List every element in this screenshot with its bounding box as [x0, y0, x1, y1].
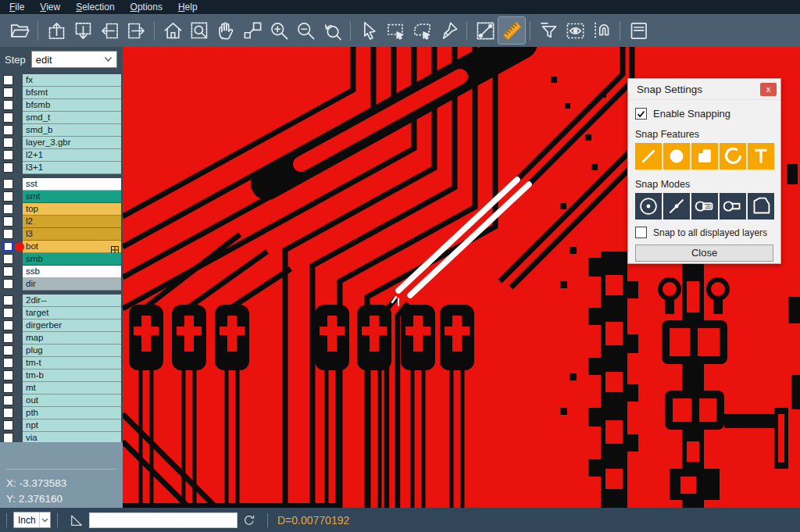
layer-row[interactable]: out — [0, 395, 123, 407]
layer-name[interactable]: l3 — [23, 228, 121, 241]
layer-name[interactable]: dirgerber — [23, 320, 121, 332]
layer-name[interactable]: l3+1 — [23, 162, 121, 174]
command-input[interactable] — [89, 512, 238, 528]
layer-name[interactable]: smt — [23, 191, 121, 203]
layer-name[interactable]: target — [23, 307, 121, 320]
layer-row[interactable]: top — [0, 203, 123, 216]
menu-item[interactable]: Options — [123, 0, 170, 14]
snap-arc-button[interactable] — [720, 143, 746, 170]
layer-name[interactable]: l2+1 — [23, 149, 121, 162]
measure-line-icon[interactable] — [472, 17, 498, 44]
layer-checkbox[interactable] — [3, 125, 13, 135]
layer-name[interactable]: pth — [23, 407, 121, 420]
snap-on-feature-button[interactable] — [663, 193, 690, 220]
layer-row[interactable]: bfsmb — [0, 99, 123, 112]
layer-name[interactable]: smb — [23, 253, 121, 266]
unit-select[interactable]: Inch — [13, 512, 51, 528]
layer-checkbox[interactable] — [3, 333, 13, 343]
layer-row[interactable]: 2dir-- — [0, 295, 123, 307]
layer-row[interactable]: l3 — [0, 228, 123, 241]
layer-row[interactable]: dir — [0, 278, 123, 291]
snap-contour-button[interactable] — [748, 193, 774, 220]
home-view-icon[interactable] — [159, 17, 186, 44]
brush-icon[interactable] — [435, 17, 462, 44]
layer-name[interactable]: top — [23, 203, 121, 216]
layer-row[interactable]: l3+1 — [0, 162, 123, 174]
layer-checkbox[interactable] — [3, 370, 13, 380]
layer-name[interactable]: npt — [23, 420, 121, 432]
menu-item[interactable]: Selection — [68, 0, 122, 14]
layer-checkbox[interactable] — [3, 100, 13, 110]
layer-checkbox[interactable] — [3, 137, 13, 148]
open-folder-icon[interactable] — [6, 17, 33, 44]
layer-row[interactable]: sst — [0, 178, 123, 191]
layer-row[interactable]: plug — [0, 345, 123, 357]
layer-row[interactable]: smd_t — [0, 112, 123, 124]
enable-snapping-checkbox[interactable] — [635, 108, 647, 120]
layer-row[interactable]: target — [0, 307, 123, 320]
report-form-icon[interactable] — [625, 17, 652, 44]
layer-name[interactable]: bot — [23, 241, 121, 253]
menu-item[interactable]: View — [32, 0, 68, 14]
layer-checkbox[interactable] — [3, 345, 13, 355]
layer-checkbox[interactable] — [3, 266, 13, 277]
layer-row[interactable]: bfsmt — [0, 87, 123, 99]
layer-row[interactable]: l2 — [0, 216, 123, 228]
layer-row[interactable]: pth — [0, 407, 123, 420]
zoom-in-icon[interactable] — [266, 17, 292, 44]
layer-checkbox[interactable] — [3, 383, 13, 393]
snap-surface-button[interactable] — [691, 143, 718, 170]
send-bottom-icon[interactable] — [70, 17, 96, 44]
dialog-titlebar[interactable]: Snap Settings x — [628, 79, 780, 100]
layer-row[interactable]: fx — [0, 74, 123, 87]
layer-checkbox[interactable] — [3, 75, 13, 85]
layer-name[interactable]: bfsmb — [23, 99, 121, 112]
step-select[interactable]: edit — [31, 51, 117, 68]
zoom-window-icon[interactable] — [186, 17, 212, 44]
select-rectangle-icon[interactable] — [382, 17, 409, 44]
menu-item[interactable]: File — [2, 0, 32, 14]
snap-pad-button[interactable] — [663, 143, 690, 170]
layer-name[interactable]: sst — [23, 178, 121, 191]
close-icon[interactable]: x — [760, 83, 777, 96]
layer-row[interactable]: mt — [0, 382, 123, 395]
snap-slot-outline-button[interactable] — [720, 193, 746, 220]
layer-checkbox[interactable] — [3, 87, 13, 98]
zoom-out-icon[interactable] — [292, 17, 319, 44]
filter-icon[interactable] — [535, 17, 562, 44]
send-right-icon[interactable] — [123, 17, 149, 44]
layer-checkbox[interactable] — [3, 320, 13, 330]
layer-checkbox[interactable] — [3, 150, 13, 160]
view-region-icon[interactable] — [562, 17, 588, 44]
layer-row[interactable]: map — [0, 332, 123, 345]
angle-snap-icon[interactable] — [69, 512, 84, 528]
menu-item[interactable]: Help — [170, 0, 205, 14]
layer-checkbox[interactable] — [3, 279, 13, 289]
layer-checkbox[interactable] — [3, 408, 13, 418]
snap-magnet-icon[interactable] — [588, 17, 615, 44]
zoom-previous-icon[interactable] — [319, 17, 345, 44]
enable-snapping-row[interactable]: Enable Snapping — [635, 108, 773, 120]
layer-name[interactable]: layer_3.gbr — [23, 137, 121, 149]
layer-name[interactable]: dir — [23, 278, 121, 291]
select-arrow-icon[interactable] — [355, 17, 382, 44]
layer-checkbox[interactable] — [3, 254, 13, 264]
layer-checkbox[interactable] — [3, 112, 13, 123]
snap-line-button[interactable] — [635, 143, 662, 170]
layer-row[interactable]: layer_3.gbr — [0, 137, 123, 149]
select-polygon-icon[interactable] — [409, 17, 435, 44]
layer-name[interactable]: bfsmt — [23, 87, 121, 99]
layer-row[interactable]: smt — [0, 191, 123, 203]
send-left-icon[interactable] — [96, 17, 123, 44]
snap-slot-filled-button[interactable] — [691, 193, 718, 220]
layer-row[interactable]: l2+1 — [0, 149, 123, 162]
layer-name[interactable]: mt — [23, 382, 121, 395]
layer-checkbox[interactable] — [3, 216, 13, 227]
layer-row[interactable]: smd_b — [0, 124, 123, 137]
refresh-icon[interactable] — [242, 513, 256, 527]
layer-checkbox[interactable] — [3, 308, 13, 318]
close-button[interactable]: Close — [635, 245, 773, 262]
layer-row[interactable]: tm-t — [0, 357, 123, 370]
snap-center-button[interactable] — [635, 193, 662, 220]
layer-row[interactable]: smb — [0, 253, 123, 266]
